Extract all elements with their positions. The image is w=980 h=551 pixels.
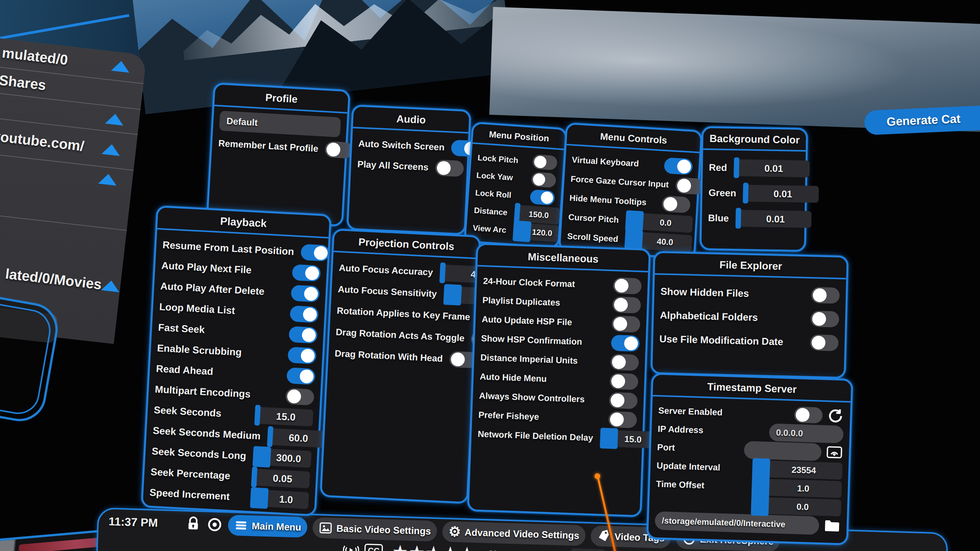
file-list-sidebar: mulated/0Sharesyoutube.com/lated/0/Movie… bbox=[0, 36, 147, 344]
collapse-arrow-icon[interactable] bbox=[105, 113, 124, 126]
setting-label: Resume From Last Position bbox=[162, 239, 294, 258]
setting-label: Time Offset bbox=[656, 479, 704, 491]
lock-yaw-toggle[interactable] bbox=[531, 172, 556, 188]
lock-pitch-toggle[interactable] bbox=[532, 154, 557, 170]
virtual-keyboard-toggle[interactable] bbox=[664, 157, 693, 175]
setting-label: Network File Deletion Delay bbox=[477, 429, 593, 443]
setting-label: Play All Screens bbox=[357, 159, 429, 173]
seek-seconds-slider[interactable]: 15.0 bbox=[254, 407, 313, 427]
speed-increment-slider[interactable]: 1.0 bbox=[250, 489, 309, 509]
setting-label: Always Show Controllers bbox=[479, 390, 585, 404]
setting-label: Cursor Pitch bbox=[568, 212, 619, 225]
collapse-arrow-icon[interactable] bbox=[111, 60, 131, 73]
cast-icon[interactable] bbox=[826, 444, 843, 461]
gaze-icon[interactable] bbox=[206, 516, 223, 533]
force-gaze-cursor-input-toggle[interactable] bbox=[675, 177, 704, 195]
setting-label: Force Gaze Cursor Input bbox=[570, 174, 669, 190]
multipart-encodings-toggle[interactable] bbox=[285, 388, 314, 406]
blue-slider[interactable]: 0.01 bbox=[735, 210, 812, 228]
auto-play-next-file-toggle[interactable] bbox=[292, 264, 321, 282]
resume-from-last-position-toggle[interactable] bbox=[301, 244, 330, 261]
alphabetical-folders-toggle[interactable] bbox=[810, 311, 839, 328]
setting-label: Hide Menu Tooltips bbox=[569, 193, 647, 208]
sidebar-items: mulated/0Sharesyoutube.com/lated/0/Movie… bbox=[0, 36, 147, 303]
collapse-arrow-icon[interactable] bbox=[101, 143, 121, 156]
favorite-icon[interactable]: ♥ bbox=[488, 544, 498, 551]
slider-value: 40.0 bbox=[657, 236, 673, 247]
enable-scrubbing-toggle[interactable] bbox=[287, 347, 317, 364]
play-all-screens-toggle[interactable] bbox=[435, 160, 464, 177]
setting-label: Auto Focus Sensitivity bbox=[338, 284, 437, 300]
advanced-video-settings-button[interactable]: ⚙ Advanced Video Settings bbox=[442, 521, 586, 546]
slider-value: 60.0 bbox=[288, 432, 308, 445]
fast-seek-toggle[interactable] bbox=[289, 326, 318, 344]
setting-label: Drag Rotation With Head bbox=[335, 348, 443, 364]
refresh-icon[interactable] bbox=[827, 407, 844, 424]
panel-playback: Playback Resume From Last PositionAuto P… bbox=[141, 205, 332, 517]
red-slider[interactable]: 0.01 bbox=[734, 159, 810, 177]
value-slider[interactable]: 0.0 bbox=[751, 497, 841, 516]
collapse-arrow-icon[interactable] bbox=[101, 280, 121, 292]
panel-menu-controls: Menu Controls Virtual KeyboardForce Gaze… bbox=[558, 122, 702, 260]
panel-title: Background Color bbox=[703, 128, 806, 152]
setting-label: Auto Update HSP File bbox=[482, 314, 572, 327]
hide-menu-tooltips-toggle[interactable] bbox=[662, 196, 691, 213]
setting-label: Port bbox=[657, 442, 675, 453]
server-enabled-toggle[interactable] bbox=[794, 407, 823, 424]
panel-miscellaneous: Miscellaneous 24-Hour Clock FormatPlayli… bbox=[467, 243, 651, 517]
setting-label: 24-Hour Clock Format bbox=[483, 276, 575, 289]
setting-label: Show HSP Confirmation bbox=[481, 333, 582, 347]
prefer-fisheye-toggle[interactable] bbox=[608, 411, 637, 429]
setting-label: Auto Focus Accuracy bbox=[339, 262, 433, 278]
seek-seconds-long-slider[interactable]: 300.0 bbox=[253, 448, 312, 468]
read-ahead-toggle[interactable] bbox=[286, 367, 315, 385]
setting-label: Lock Pitch bbox=[477, 153, 519, 165]
play-count-label: Play Count bbox=[509, 549, 562, 551]
playlist-duplicates-toggle[interactable] bbox=[612, 297, 641, 314]
use-file-modification-date-toggle[interactable] bbox=[810, 334, 839, 351]
ip-address-input[interactable]: 0.0.0.0 bbox=[769, 424, 843, 443]
setting-label: Remember Last Profile bbox=[218, 138, 319, 154]
distance-imperial-units-toggle[interactable] bbox=[610, 354, 639, 371]
row-blue: Blue0.01 bbox=[708, 205, 799, 232]
captions-icon[interactable]: CC bbox=[364, 544, 383, 551]
play-count-value[interactable]: 1 bbox=[570, 548, 605, 551]
view-arc-slider[interactable]: 120.0 bbox=[513, 222, 559, 242]
panel-profile: Profile DefaultRemember Last Profile bbox=[206, 82, 350, 227]
green-slider[interactable]: 0.01 bbox=[743, 185, 819, 203]
broadcast-icon[interactable] bbox=[343, 542, 359, 551]
always-show-controllers-toggle[interactable] bbox=[609, 392, 638, 409]
seek-seconds-medium-slider[interactable]: 60.0 bbox=[267, 428, 326, 448]
clock: 11:37 PM bbox=[108, 515, 166, 530]
show-hsp-confirmation-toggle[interactable] bbox=[611, 335, 640, 352]
setting-label: Show Hidden Files bbox=[660, 285, 749, 300]
auto-hide-menu-toggle[interactable] bbox=[609, 373, 638, 390]
slider-value: 1.0 bbox=[279, 493, 293, 506]
loop-media-list-toggle[interactable] bbox=[290, 305, 319, 323]
star-rating[interactable]: ★★★★★ bbox=[393, 542, 477, 551]
menu-icon bbox=[234, 518, 248, 533]
setting-label: Alphabetical Folders bbox=[660, 309, 758, 323]
slider-value: 15.0 bbox=[276, 410, 296, 423]
seek-percentage-slider[interactable]: 0.05 bbox=[251, 469, 310, 489]
auto-update-hsp-file-toggle[interactable] bbox=[611, 316, 640, 333]
basic-video-settings-button[interactable]: Basic Video Settings bbox=[312, 517, 437, 542]
slider-value: 15.0 bbox=[624, 434, 642, 445]
slider-value: 0.01 bbox=[766, 213, 785, 225]
show-hidden-files-toggle[interactable] bbox=[811, 287, 840, 304]
lock-icon[interactable] bbox=[185, 516, 201, 532]
panel-file-explorer: File Explorer Show Hidden FilesAlphabeti… bbox=[650, 251, 849, 379]
slider-value: 0.05 bbox=[273, 472, 292, 485]
network-file-deletion-delay-slider[interactable]: 15.0 bbox=[600, 430, 653, 448]
lock-roll-toggle[interactable] bbox=[530, 189, 555, 205]
panel-projection-controls: Projection Controls Auto Focus Accuracy4… bbox=[320, 228, 481, 504]
setting-label: Seek Seconds Medium bbox=[152, 424, 261, 442]
folder-icon[interactable] bbox=[823, 517, 841, 535]
row-red: Red0.01 bbox=[709, 155, 799, 181]
main-menu-button[interactable]: Main Menu bbox=[228, 515, 308, 538]
auto-play-after-delete-toggle[interactable] bbox=[291, 285, 320, 302]
setting-label: Distance bbox=[474, 206, 508, 217]
collapse-arrow-icon[interactable] bbox=[98, 173, 118, 186]
generate-catalog-button[interactable]: Generate Cat bbox=[864, 105, 980, 135]
24-hour-clock-format-toggle[interactable] bbox=[613, 277, 642, 295]
